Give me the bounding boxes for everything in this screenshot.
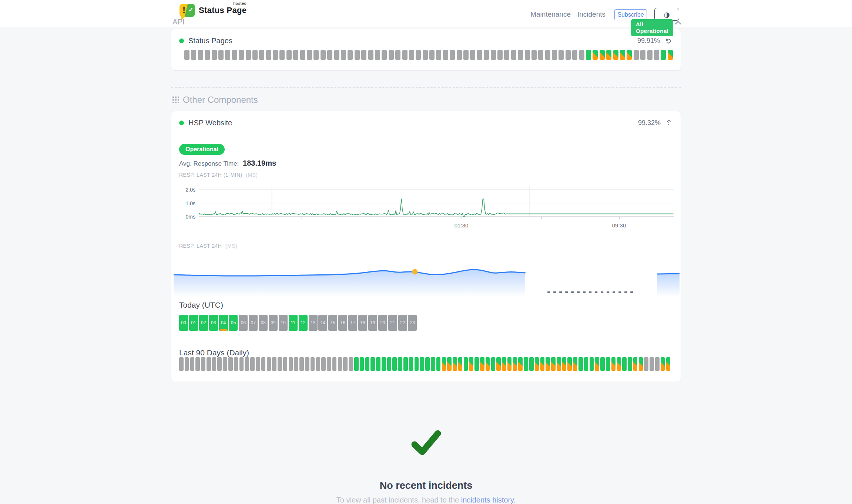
hour-block-03: 03 <box>209 315 218 331</box>
uptime-bar-nodata <box>311 357 315 371</box>
uptime-bar-nodata <box>450 50 455 60</box>
uptime-bar-degraded <box>562 357 567 371</box>
hour-block-02: 02 <box>199 315 208 331</box>
uptime-bar-operational <box>584 357 588 371</box>
uptime-bar-nodata <box>338 357 342 371</box>
uptime-bar-nodata <box>293 50 298 60</box>
uptime-bar-nodata <box>443 50 448 60</box>
uptime-bar-nodata <box>307 50 312 60</box>
hour-block-04: 04 <box>219 315 228 331</box>
chevron-up-icon[interactable] <box>674 20 682 26</box>
uptime-bar-nodata <box>457 50 462 60</box>
uptime-bar-nodata <box>531 50 537 60</box>
component-row: HSP Website 99.32% <box>179 119 672 127</box>
overall-status-badge[interactable]: All Operational <box>631 19 673 36</box>
today-hour-strip: 0001020304050607080910111213141516171819… <box>179 315 417 331</box>
uptime-bar-operational <box>474 357 479 371</box>
uptime-bar-operational <box>590 357 594 371</box>
contrast-icon: ◑ <box>664 10 670 18</box>
uptime-bar-nodata <box>579 50 584 60</box>
brand-name: Status Page <box>199 6 246 15</box>
uptime-bar-nodata <box>250 357 255 371</box>
uptime-bar-nodata <box>463 50 469 60</box>
subscribe-button[interactable]: Subscribe <box>614 9 647 20</box>
uptime-bar-nodata <box>395 50 400 60</box>
uptime-bar-nodata <box>644 357 648 371</box>
uptime-bar-nodata <box>245 357 249 371</box>
highlight-dot <box>412 269 418 275</box>
today-title: Today (UTC) <box>179 301 223 309</box>
brand-superscript: hosted <box>233 1 246 6</box>
uptime-bar-operational <box>600 357 605 371</box>
check-icon: ✓ <box>188 6 194 14</box>
uptime-bar-nodata <box>334 50 339 60</box>
uptime-bar-degraded <box>633 357 638 371</box>
uptime-bar-nodata <box>361 50 366 60</box>
uptime-bar-nodata <box>232 50 237 60</box>
uptime-bar-nodata <box>416 50 421 60</box>
hour-block-07: 07 <box>249 315 258 331</box>
uptime-bar-operational <box>365 357 370 371</box>
uptime-bar-degraded <box>458 357 463 371</box>
uptime-bar-nodata <box>266 50 271 60</box>
uptime-bar-nodata <box>389 50 394 60</box>
nav-link-maintenance[interactable]: Maintenance <box>530 10 571 18</box>
chart1-plot <box>199 185 674 220</box>
uptime-bar-degraded <box>668 50 673 60</box>
uptime-bar-nodata <box>640 50 645 60</box>
hour-block-08: 08 <box>259 315 268 331</box>
uptime-bar-degraded <box>611 357 616 371</box>
refresh-icon[interactable] <box>665 38 672 44</box>
uptime-bar-nodata <box>212 357 217 371</box>
uptime-bar-nodata <box>198 50 203 60</box>
uptime-bar-degraded <box>453 357 457 371</box>
uptime-bar-degraded <box>567 357 572 371</box>
uptime-bar-nodata <box>217 357 222 371</box>
nav-link-incidents[interactable]: Incidents <box>577 10 606 18</box>
x-axis-label: 01:30 <box>454 222 469 229</box>
uptime-bar-nodata <box>327 50 332 60</box>
y-axis-label: 0ms <box>181 214 195 220</box>
uptime-bar-operational <box>415 357 419 371</box>
uptime-bar-nodata <box>239 50 244 60</box>
uptime-bar-operational <box>387 357 392 371</box>
uptime-bar-nodata <box>272 357 276 371</box>
theme-toggle-button[interactable]: ◑ <box>654 8 679 21</box>
uptime-bar-nodata <box>273 50 278 60</box>
hour-block-14: 14 <box>318 315 327 331</box>
uptime-bar-nodata <box>300 50 305 60</box>
uptime-bar-nodata <box>313 50 319 60</box>
hour-block-22: 22 <box>398 315 407 331</box>
section-title-other-components: Other Components <box>183 95 258 105</box>
uptime-bar-nodata <box>185 357 189 371</box>
hour-block-11: 11 <box>289 315 298 331</box>
uptime-bar-degraded <box>620 50 625 60</box>
uptime-bar-nodata <box>343 357 348 371</box>
hour-block-15: 15 <box>328 315 337 331</box>
grid-icon <box>172 97 179 103</box>
brand-logo[interactable]: ! ✓ hosted Status Page <box>180 4 246 17</box>
section-title-api: API <box>172 18 185 26</box>
uptime-bar-nodata <box>368 50 373 60</box>
header: ! ✓ hosted Status Page Maintenance Incid… <box>0 0 852 27</box>
uptime-bar-nodata <box>504 50 509 60</box>
uptime-bar-nodata <box>239 357 244 371</box>
y-axis-label: 2.0s <box>181 187 195 193</box>
uptime-bar-nodata <box>218 50 224 60</box>
brand-logo-icon: ! ✓ <box>180 4 195 17</box>
uptime-bar-nodata <box>402 50 407 60</box>
uptime-bar-degraded <box>496 357 501 371</box>
incidents-history-link[interactable]: incidents history. <box>461 496 516 504</box>
uptime-bar-operational <box>491 357 496 371</box>
uptime-bar-operational <box>370 357 375 371</box>
uptime-bar-degraded <box>627 50 632 60</box>
big-check-icon <box>409 429 443 457</box>
uptime-bar-nodata <box>497 50 503 60</box>
uptime-bar-operational <box>420 357 424 371</box>
uptime-bar-degraded <box>595 357 599 371</box>
chart2-unit: (MS) <box>225 243 237 249</box>
uptime-bar-operational <box>436 357 441 371</box>
uptime-bar-degraded <box>600 50 605 60</box>
exclamation-icon: ! <box>182 5 185 15</box>
uptime-bar-nodata <box>518 50 523 60</box>
